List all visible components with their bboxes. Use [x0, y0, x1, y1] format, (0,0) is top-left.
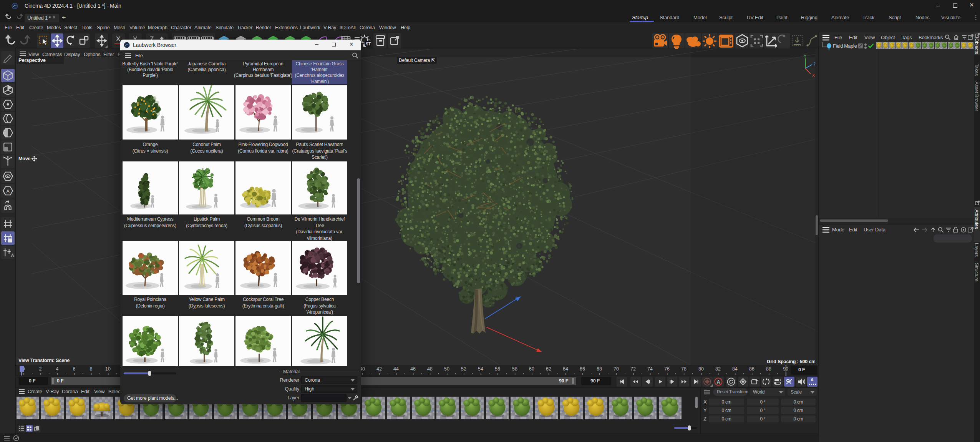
- svg-text:8: 8: [90, 366, 93, 372]
- svg-text:82: 82: [715, 366, 721, 372]
- svg-text:84: 84: [732, 366, 738, 372]
- svg-text:52: 52: [461, 366, 466, 372]
- svg-text:4: 4: [56, 366, 59, 372]
- svg-text:54: 54: [478, 366, 483, 372]
- svg-text:62: 62: [546, 366, 551, 372]
- svg-text:42: 42: [376, 366, 382, 372]
- svg-text:86: 86: [749, 366, 754, 372]
- svg-text:Y: Y: [804, 54, 807, 58]
- svg-text:6: 6: [73, 366, 76, 372]
- svg-text:70: 70: [614, 366, 619, 372]
- svg-text:A: A: [717, 379, 720, 385]
- svg-text:10: 10: [105, 366, 111, 372]
- svg-text:78: 78: [681, 366, 686, 372]
- svg-text:72: 72: [630, 366, 636, 372]
- svg-text:44: 44: [393, 366, 399, 372]
- svg-text:80: 80: [698, 366, 704, 372]
- svg-text:64: 64: [563, 366, 568, 372]
- svg-text:50: 50: [444, 366, 449, 372]
- svg-text:46: 46: [410, 366, 416, 372]
- svg-text:74: 74: [647, 366, 653, 372]
- svg-text:66: 66: [580, 366, 585, 372]
- svg-text:68: 68: [597, 366, 602, 372]
- svg-text:48: 48: [427, 366, 433, 372]
- svg-text:X: X: [812, 73, 815, 78]
- svg-text:60: 60: [529, 366, 534, 372]
- svg-text:76: 76: [664, 366, 670, 372]
- svg-text:58: 58: [512, 366, 517, 372]
- svg-text:A: A: [811, 377, 814, 382]
- svg-text:56: 56: [495, 366, 500, 372]
- svg-text:2: 2: [39, 366, 42, 372]
- svg-text:88: 88: [766, 366, 771, 372]
